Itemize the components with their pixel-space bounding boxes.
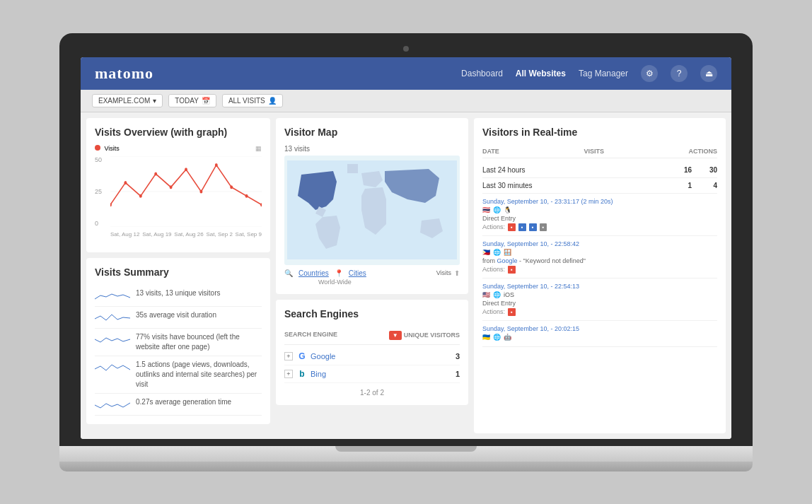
rt-visit-1-source: Direct Entry [482, 215, 717, 222]
se-expand-google[interactable]: + [284, 352, 293, 361]
flag-philippines: 🇵🇭 [482, 249, 490, 256]
map-area[interactable] [284, 156, 460, 265]
svg-point-8 [185, 168, 187, 171]
browser-chrome-icon: 🌐 [493, 206, 501, 213]
se-row-google: + G Google 3 [284, 348, 460, 365]
countries-tab[interactable]: Countries [298, 269, 329, 277]
rt-visit-3-source: Direct Entry [482, 300, 717, 307]
visits-summary-card: Visits Summary 13 visits, 13 unique visi… [86, 258, 270, 424]
flag-thailand: 🇹🇭 [482, 206, 490, 213]
summary-actions: 1.5 actions (page views, downloads, outl… [95, 356, 262, 394]
nav-links: Dashboard All Websites Tag Manager ⚙ ? ⏏ [461, 65, 717, 82]
rt-visit-4: Sunday, September 10, - 20:02:15 🇺🇦 🌐 🤖 [482, 321, 717, 347]
search-engines-card: Search Engines SEARCH ENGINE ▼ UNIQUE VI… [276, 300, 468, 405]
os-linux-icon: 🐧 [504, 206, 511, 213]
browser-chrome-icon-2: 🌐 [493, 249, 501, 256]
google-icon: G [297, 351, 307, 361]
logout-icon[interactable]: ⏏ [700, 65, 717, 82]
action-icon-3a: ▪ [508, 308, 516, 316]
laptop: matomo Dashboard All Websites Tag Manage… [59, 33, 753, 471]
chart-y-labels: 50 25 0 [95, 156, 109, 227]
date-selector[interactable]: TODAY 📅 [168, 94, 216, 107]
rt-visit-1-time: Sunday, September 10, - 23:31:17 (2 min … [482, 198, 717, 205]
segment-selector[interactable]: ALL VISITS 👤 [222, 94, 283, 107]
help-icon[interactable]: ? [671, 65, 688, 82]
os-windows-icon: 🪟 [504, 249, 511, 256]
flag-ukraine: 🇺🇦 [482, 334, 490, 341]
summary-duration: 35s average visit duration [95, 307, 262, 329]
site-selector[interactable]: EXAMPLE.COM ▾ [92, 94, 163, 107]
browser-chrome-icon-3: 🌐 [493, 291, 501, 298]
cities-tab[interactable]: Cities [349, 269, 366, 277]
visits-overview-card: Visits Overview (with graph) Visits ▦ 50… [86, 118, 270, 252]
realtime-header: DATE VISITS ACTIONS [482, 145, 717, 158]
svg-point-6 [154, 172, 157, 175]
flag-usa: 🇺🇸 [482, 291, 490, 298]
search-engines-title: Search Engines [284, 308, 460, 320]
se-name-bing[interactable]: Bing [311, 370, 456, 378]
visitor-map-count: 13 visits [284, 145, 460, 153]
rt-visit-2: Sunday, September 10, - 22:58:42 🇵🇭 🌐 🪟 … [482, 236, 717, 279]
rt-visit-3-actions: Actions: ▪ [482, 308, 717, 316]
rt-visit-2-actions: Actions: ▪ [482, 266, 717, 274]
rt-visit-3-flags: 🇺🇸 🌐 iOS [482, 291, 717, 298]
map-scope: World-Wide [318, 279, 460, 286]
browser-opera-icon: 🌐 [493, 334, 501, 341]
se-count-bing: 1 [456, 370, 460, 378]
se-name-google[interactable]: Google [311, 352, 456, 361]
gear-icon[interactable]: ⚙ [641, 65, 658, 82]
summary-visits: 13 visits, 13 unique visitors [95, 285, 262, 307]
visits-summary-title: Visits Summary [95, 266, 262, 278]
rt-visit-4-time: Sunday, September 10, - 20:02:15 [482, 325, 717, 332]
rt-visit-2-time: Sunday, September 10, - 22:58:42 [482, 240, 717, 247]
visitor-map-card: Visitor Map 13 visits [276, 118, 468, 294]
se-pagination: 1-2 of 2 [284, 389, 460, 397]
main-content: Visits Overview (with graph) Visits ▦ 50… [81, 112, 731, 439]
laptop-bottom [59, 462, 753, 471]
nav-all-websites[interactable]: All Websites [516, 69, 566, 78]
realtime-title: Visitors in Real-time [482, 127, 717, 138]
nav-dashboard[interactable]: Dashboard [461, 69, 503, 78]
se-row-bing: + b Bing 1 [284, 365, 460, 383]
realtime-24h: Last 24 hours 16 30 [482, 163, 717, 178]
realtime-panel: Visitors in Real-time DATE VISITS ACTION… [474, 118, 726, 433]
cities-icon: 📍 [335, 269, 343, 277]
rt-visit-3-time: Sunday, September 10, - 22:54:13 [482, 283, 717, 290]
chart-legend: Visits ▦ [95, 145, 262, 152]
svg-point-10 [215, 163, 218, 167]
search-engines-table-header: SEARCH ENGINE ▼ UNIQUE VISITORS [284, 327, 460, 345]
rt-visit-1-actions: Actions: ▪ ▪ ▪ ▪ [482, 223, 717, 231]
chart-x-labels: Sat, Aug 12 Sat, Aug 19 Sat, Aug 26 Sat,… [110, 228, 262, 241]
rt-visit-1-flags: 🇹🇭 🌐 🐧 [482, 206, 717, 213]
chart-toggle-icon[interactable]: ▦ [255, 145, 262, 152]
action-icon-1d: ▪ [540, 223, 547, 231]
se-expand-bing[interactable]: + [284, 370, 293, 378]
bing-icon: b [297, 369, 307, 379]
svg-point-9 [199, 189, 202, 193]
action-icon-1b: ▪ [518, 223, 526, 231]
svg-point-11 [230, 185, 233, 189]
svg-point-12 [245, 194, 248, 197]
screen-bezel: matomo Dashboard All Websites Tag Manage… [59, 33, 753, 446]
globe-icon: 🔍 [284, 269, 293, 277]
rt-visit-4-flags: 🇺🇦 🌐 🤖 [482, 334, 717, 341]
nav-tag-manager[interactable]: Tag Manager [579, 69, 628, 78]
realtime-30min: Last 30 minutes 1 4 [482, 178, 717, 194]
laptop-base [59, 446, 753, 462]
se-count-google: 3 [456, 352, 460, 361]
unique-visitors-badge: ▼ [389, 331, 402, 340]
sort-icon[interactable]: ⬆ [454, 269, 460, 277]
rt-visit-3: Sunday, September 10, - 22:54:13 🇺🇸 🌐 iO… [482, 279, 717, 321]
toolbar: EXAMPLE.COM ▾ TODAY 📅 ALL VISITS 👤 [81, 90, 731, 112]
os-ios-icon: iOS [504, 291, 514, 298]
chart-area: 50 25 0 [95, 156, 262, 241]
header: matomo Dashboard All Websites Tag Manage… [81, 57, 731, 90]
visitor-map-title: Visitor Map [284, 127, 460, 138]
svg-point-5 [139, 194, 142, 197]
os-android-icon: 🤖 [504, 334, 511, 341]
screen: matomo Dashboard All Websites Tag Manage… [81, 57, 731, 439]
app: matomo Dashboard All Websites Tag Manage… [81, 57, 731, 439]
center-panel: Visitor Map 13 visits [276, 118, 468, 433]
visits-legend-dot [95, 145, 100, 151]
map-controls: 🔍 Countries 📍 Cities Visits ⬆ [284, 269, 460, 277]
